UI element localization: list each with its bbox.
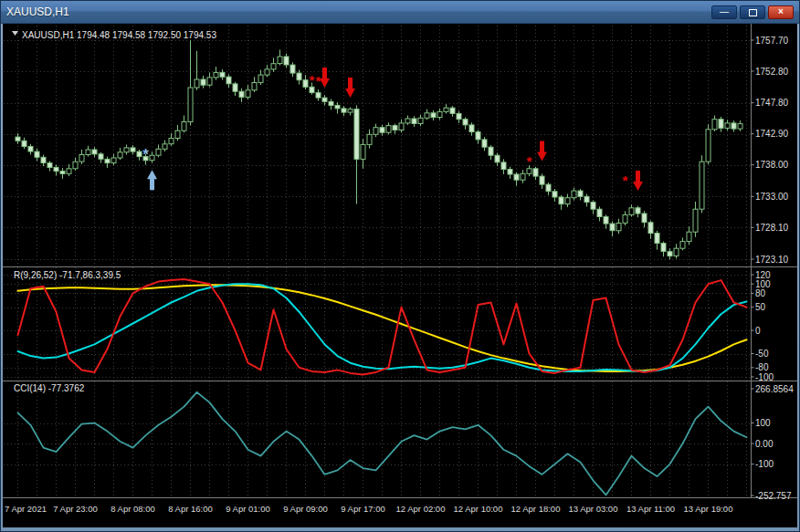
restore-button[interactable] [740, 5, 765, 19]
svg-text:12 Apr 10:00: 12 Apr 10:00 [454, 504, 503, 514]
chart-client: *****1757.701752.801747.801742.901738.00… [3, 24, 797, 527]
svg-text:1747.80: 1747.80 [755, 98, 789, 108]
time-axis: 7 Apr 20217 Apr 23:008 Apr 08:008 Apr 16… [5, 504, 732, 514]
sell-arrow-down-icon [537, 141, 547, 161]
svg-text:1733.00: 1733.00 [755, 192, 789, 202]
svg-text:9 Apr 17:00: 9 Apr 17:00 [341, 504, 385, 514]
buy-arrow-up-icon [147, 170, 157, 190]
svg-text:1728.10: 1728.10 [755, 223, 789, 233]
svg-text:1723.10: 1723.10 [755, 255, 789, 265]
svg-text:-100: -100 [755, 372, 774, 382]
window-controls: — × [711, 5, 794, 19]
chart-canvas[interactable]: *****1757.701752.801747.801742.901738.00… [3, 24, 797, 527]
sell-star-icon: * [527, 153, 532, 169]
sell-star-icon: * [316, 73, 321, 89]
svg-text:9 Apr 01:00: 9 Apr 01:00 [226, 504, 270, 514]
svg-text:9 Apr 09:00: 9 Apr 09:00 [283, 504, 328, 514]
indicator1-label: R(9,26,52) -71.7,86.3,39.5 [14, 270, 121, 280]
svg-text:80: 80 [755, 288, 766, 298]
sell-star-icon: * [623, 172, 628, 188]
svg-text:8 Apr 08:00: 8 Apr 08:00 [111, 504, 155, 514]
svg-text:12 Apr 02:00: 12 Apr 02:00 [396, 504, 446, 514]
svg-text:1742.90: 1742.90 [755, 129, 789, 139]
svg-text:50: 50 [755, 302, 766, 312]
panel-separators[interactable] [3, 24, 797, 498]
svg-text:-50: -50 [755, 349, 769, 359]
svg-text:8 Apr 16:00: 8 Apr 16:00 [168, 504, 213, 514]
svg-text:13 Apr 19:00: 13 Apr 19:00 [684, 504, 733, 514]
indicator2-label: CCI(14) -77.3762 [14, 383, 85, 393]
svg-text:-100: -100 [755, 459, 774, 469]
ohlc-legend: XAUUSD,H1 1794.48 1794.58 1792.50 1794.5… [22, 30, 216, 40]
svg-text:7 Apr 23:00: 7 Apr 23:00 [53, 504, 98, 514]
legends: XAUUSD,H1 1794.48 1794.58 1792.50 1794.5… [12, 30, 216, 393]
candles [16, 40, 742, 259]
svg-text:-252.757: -252.757 [755, 491, 792, 501]
svg-text:1738.00: 1738.00 [755, 160, 789, 170]
svg-text:1757.70: 1757.70 [755, 36, 789, 46]
grid [4, 26, 750, 497]
svg-text:100: 100 [755, 418, 771, 428]
sell-arrow-down-icon [320, 68, 330, 88]
svg-text:0: 0 [755, 326, 761, 336]
restore-icon [749, 9, 757, 16]
svg-text:13 Apr 11:00: 13 Apr 11:00 [626, 504, 675, 514]
svg-text:0.00: 0.00 [755, 439, 774, 449]
minimize-button[interactable]: — [711, 5, 737, 19]
svg-text:12 Apr 18:00: 12 Apr 18:00 [511, 504, 561, 514]
title-bar[interactable]: XAUUSD,H1 — × [1, 1, 799, 24]
sell-arrow-down-icon [633, 171, 643, 191]
svg-text:7 Apr 2021: 7 Apr 2021 [5, 504, 47, 514]
svg-text:13 Apr 03:00: 13 Apr 03:00 [569, 504, 618, 514]
svg-text:266.8564: 266.8564 [755, 384, 794, 394]
chart-window: XAUUSD,H1 — × *****1757.701752.801747.80… [0, 0, 800, 532]
svg-text:1752.80: 1752.80 [755, 67, 789, 77]
sell-arrow-down-icon [345, 78, 355, 98]
window-title: XAUUSD,H1 [6, 5, 69, 18]
price-axis: 1757.701752.801747.801742.901738.001733.… [752, 36, 795, 501]
symbol-marker-icon [12, 31, 18, 36]
close-button[interactable]: × [768, 5, 794, 19]
sell-star-icon: * [310, 72, 315, 88]
buy-star-icon: * [142, 146, 149, 163]
